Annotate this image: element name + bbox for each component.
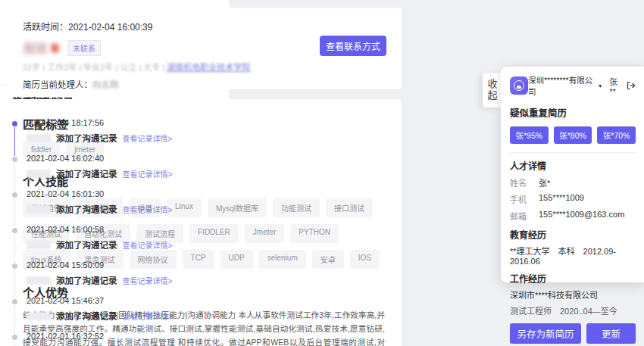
timeline-entry: 2021-02-04 15:46:37添加了沟通记录查看记录详情> xyxy=(12,296,229,332)
timeline-action-text: 添加了沟通记录 xyxy=(56,238,117,251)
skill-tag: 功能测试 xyxy=(273,198,320,217)
timeline-timestamp: 2021-02-04 15:50:09 xyxy=(27,260,229,270)
skill-tag: IOS xyxy=(350,250,380,269)
handler-label: 简历当前处理人： xyxy=(23,80,92,89)
duplicate-resume-overlay: 深圳********有限公司▼ 张** 疑似重复简历 张*95%张*80%张*7… xyxy=(501,67,644,282)
timeline-action-row: 添加了沟通记录查看记录详情> xyxy=(27,274,229,286)
timeline-action-text: 添加了沟通记录 xyxy=(56,203,117,215)
logout-icon[interactable] xyxy=(627,81,636,90)
talent-field: 手机155****1009 xyxy=(510,193,636,205)
timeline-timestamp: 2021-02-01 16:32:52 xyxy=(27,332,229,341)
collapse-tab-label: 收起 xyxy=(485,79,499,101)
timeline-action-text: 添加了沟通记录 xyxy=(56,274,117,286)
overlay-work-company: 深圳市****科技有限公司 xyxy=(510,288,636,301)
company-name: 深圳********有限公司 xyxy=(528,74,596,97)
active-time: 活跃时间：2021-02-04 16:00:39 xyxy=(23,20,385,33)
timeline-action-row: 添加了沟通记录查看记录详情> xyxy=(27,203,229,215)
skill-tag: 安卓 xyxy=(312,250,344,269)
view-record-detail-link[interactable]: 查看记录详情> xyxy=(123,168,173,179)
field-value: 张* xyxy=(539,176,550,189)
overlay-collapse-tab[interactable]: 收起 xyxy=(483,73,501,108)
skill-tag: PYTHON xyxy=(290,224,339,243)
timeline-entry: 2021-02-04 15:50:09添加了沟通记录查看记录详情> xyxy=(12,260,229,296)
timeline-action-row: 添加了沟通记录查看记录详情> xyxy=(27,238,229,251)
company-dropdown[interactable]: 深圳********有限公司▼ xyxy=(528,74,603,97)
skill-tag: 接口测试 xyxy=(326,198,373,217)
skill-tag: selenium xyxy=(259,250,306,269)
current-user: 张** xyxy=(610,76,623,96)
extension-app-icon xyxy=(510,76,528,95)
timeline-entry: 2021-02-04 16:00:58添加了沟通记录查看记录详情> xyxy=(12,225,229,260)
update-button[interactable]: 更新 xyxy=(586,323,636,344)
duplicate-candidate-button[interactable]: 张*70% xyxy=(597,126,636,144)
timeline-action-row: 添加了沟通记录查看记录详情> xyxy=(27,310,229,322)
field-label: 手机 xyxy=(510,193,539,205)
field-value: 155****1009 xyxy=(539,193,584,205)
timeline-dot xyxy=(12,335,17,340)
candidate-info-text: 22岁 | 工作2年 | 毕业2年 | 公立 | 大专 | xyxy=(23,63,167,72)
operator-name-redacted xyxy=(27,170,51,178)
timeline-entry: 2021-02-04 18:17:56添加了沟通记录查看记录详情> xyxy=(12,118,229,154)
view-record-detail-link[interactable]: 查看记录详情> xyxy=(123,204,173,215)
operator-name-redacted xyxy=(27,241,51,249)
field-label: 邮箱 xyxy=(510,210,539,222)
talent-field: 邮箱155****1009@163.com xyxy=(510,210,636,222)
timeline-timestamp: 2021-02-04 16:01:30 xyxy=(27,189,229,198)
view-contact-button[interactable]: 查看联系方式 xyxy=(320,36,386,56)
operator-name-redacted xyxy=(27,205,51,214)
timeline-timestamp: 2021-02-04 16:00:58 xyxy=(27,225,229,234)
timeline-entry: 2021-02-04 16:01:30添加了沟通记录查看记录详情> xyxy=(12,189,229,225)
overlay-work-title: 工作经历 xyxy=(510,272,636,285)
overlay-work-role: 测试工程师 2020..04—至今 xyxy=(510,304,636,316)
timeline-entry: 2021-02-01 16:32:52添加了沟通记录查看记录详情> xyxy=(12,332,229,346)
talent-detail-fields: 姓名张*手机155****1009邮箱155****1009@163.com xyxy=(510,176,636,222)
operation-log-timeline: 2021-02-04 18:17:56添加了沟通记录查看记录详情>2021-02… xyxy=(0,109,229,346)
timeline-entry: 2021-02-04 16:02:40添加了沟通记录查看记录详情> xyxy=(12,154,229,189)
view-record-detail-link[interactable]: 查看记录详情> xyxy=(123,310,173,322)
timeline-dot xyxy=(12,299,17,304)
save-as-new-resume-button[interactable]: 另存为新简历 xyxy=(510,323,581,344)
timeline-action-text: 添加了沟通记录 xyxy=(56,132,117,144)
active-time-value: 2021-02-04 16:00:39 xyxy=(68,22,152,33)
divider xyxy=(510,152,636,153)
timeline-dot xyxy=(12,192,17,198)
resume-handler: 简历当前处理人：向志刚 xyxy=(23,78,385,90)
field-label: 姓名 xyxy=(510,176,539,189)
candidate-info-redacted: 22岁 | 工作2年 | 毕业2年 | 公立 | 大专 | 湖南机电职业技术学院 xyxy=(23,61,385,73)
operator-name-redacted xyxy=(27,312,51,320)
timeline-dot xyxy=(12,228,17,233)
chevron-down-icon: ▼ xyxy=(598,83,603,89)
active-time-label: 活跃时间： xyxy=(23,22,68,33)
profile-card: 活跃时间：2021-02-04 16:00:39 周琪 未联系 22岁 | 工作… xyxy=(6,8,402,89)
duplicate-candidate-button[interactable]: 张*80% xyxy=(554,126,592,144)
candidate-school-link[interactable]: 湖南机电职业技术学院 xyxy=(167,63,250,72)
talent-detail-title: 人才详情 xyxy=(510,159,636,172)
talent-field: 姓名张* xyxy=(510,176,636,189)
duplicate-candidates: 张*95%张*80%张*70% xyxy=(510,126,636,144)
handler-name-redacted: 向志刚 xyxy=(92,80,119,89)
timeline-timestamp: 2021-02-04 15:46:37 xyxy=(27,296,229,305)
duplicate-candidate-button[interactable]: 张*95% xyxy=(510,126,549,144)
candidate-name-redacted: 周琪 xyxy=(23,39,47,57)
timeline-action-row: 添加了沟通记录查看记录详情> xyxy=(27,167,229,179)
timeline-action-text: 添加了沟通记录 xyxy=(56,310,117,322)
view-record-detail-link[interactable]: 查看记录详情> xyxy=(123,275,173,286)
duplicate-resume-title: 疑似重复简历 xyxy=(510,105,636,120)
timeline-dot xyxy=(12,157,17,162)
field-value: 155****1009@163.com xyxy=(539,210,624,222)
timeline-timestamp: 2021-02-04 18:17:56 xyxy=(27,118,229,127)
operator-name-redacted xyxy=(27,276,51,285)
contact-status-badge: 未联系 xyxy=(67,40,101,56)
gender-icon xyxy=(52,44,58,52)
skill-tag: Jmeter xyxy=(245,224,285,243)
timeline-dot xyxy=(12,121,17,126)
timeline-timestamp: 2021-02-04 16:02:40 xyxy=(27,154,229,163)
view-record-detail-link[interactable]: 查看记录详情> xyxy=(123,239,173,251)
timeline-action-row: 添加了沟通记录查看记录详情> xyxy=(27,132,229,144)
education-title: 教育经历 xyxy=(510,228,636,241)
timeline-action-text: 添加了沟通记录 xyxy=(56,167,117,179)
view-record-detail-link[interactable]: 查看记录详情> xyxy=(123,132,173,144)
education-line: **理工大学 本科 2012.09-2016.06 xyxy=(510,245,636,266)
timeline-dot xyxy=(12,263,17,269)
operator-name-redacted xyxy=(27,134,51,142)
